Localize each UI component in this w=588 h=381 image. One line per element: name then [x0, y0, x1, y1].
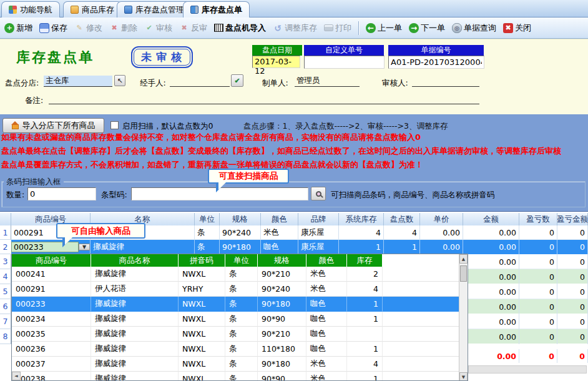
dropdown-item[interactable]: 000291伊人花语 YRHY条 90*240米色 4 [12, 282, 468, 297]
grid-header-cell[interactable]: 品牌 [298, 213, 339, 225]
grid-header-cell[interactable]: 规格 [220, 213, 261, 225]
unaudit-button[interactable]: ✖ 反审 [179, 22, 207, 34]
delete-button[interactable]: ✖ 删除 [109, 22, 137, 34]
grid-header-cell[interactable]: 盘点数 [384, 213, 420, 225]
custom-no-input[interactable] [304, 56, 385, 69]
handler-field[interactable] [170, 76, 230, 87]
dropdown-item-selected[interactable]: 000233挪威旋律 NWXL条 90*180咖色 1 [12, 297, 468, 312]
dropdown-header-cell: 库存 [347, 254, 383, 267]
cell-diff-amount: 0 [557, 254, 588, 269]
document-header-panel: 库存盘点单 未审核 盘点日期 2017-03-12 自定义单号 单据编号 盘点分… [0, 39, 588, 114]
product-search-button[interactable] [311, 187, 326, 200]
table-row-selected[interactable]: 2 000233 ▼ 挪威旋律 条 90*180 咖色 康乐屋 1 1 0.00… [0, 240, 588, 254]
cell-amount: 0.00 [463, 240, 519, 254]
grid-header-cell[interactable]: 系统库存 [339, 213, 384, 225]
cell-brand: 康乐屋 [298, 225, 339, 240]
handler-picker-button[interactable]: ✔ [231, 74, 243, 87]
app-window: 功能导航 商品库存 库存盘点管理 库存盘点单 + 新增 保存 ✎ 修改 ✖ 删除 [0, 0, 588, 381]
cell-diff-amount: 0 [557, 240, 588, 254]
store-field[interactable]: 主仓库 [44, 76, 112, 87]
document-icon [124, 6, 132, 14]
total-diff-amount: 0 [557, 349, 588, 363]
close-icon: ✖ [503, 23, 513, 33]
add-button[interactable]: + 新增 [4, 22, 32, 34]
dropdown-header-row: 商品编号 商品名称 拼音码 单位 规格 颜色 库存 [12, 254, 468, 267]
cell-amount: 0.00 [463, 329, 519, 344]
grid-horizontal-scrollbar[interactable] [468, 365, 587, 374]
editor-dropdown-button[interactable]: ▼ [79, 244, 90, 250]
cell-diff-amount: 0 [557, 284, 588, 299]
cell-count: 4 [384, 225, 420, 240]
tab-bar: 功能导航 商品库存 库存盘点管理 库存盘点单 [0, 0, 588, 17]
cell-name: 挪威旋律 [91, 240, 195, 254]
stocktake-date-field[interactable]: 2017-03-12 [252, 56, 300, 68]
scroll-up-button[interactable]: ▲ [459, 254, 468, 264]
grid-header-cell[interactable]: 金额 [463, 213, 519, 225]
scrollbar-thumb[interactable] [460, 265, 467, 282]
previous-doc-button[interactable]: ← 上一单 [366, 22, 402, 34]
scroll-down-button[interactable]: ▼ [459, 372, 468, 381]
save-button[interactable]: 保存 [39, 22, 67, 34]
dropdown-item[interactable]: 000235挪威旋律 NWXL条 90*210咖色 [12, 327, 468, 342]
scan-tip-callout: 可直接扫描商品 [208, 169, 289, 184]
quantity-input[interactable] [27, 187, 96, 200]
chevron-down-icon: ▼ [82, 244, 86, 250]
cell-diff-qty: 0 [519, 269, 557, 284]
scroll-left-button[interactable]: ◄ [12, 372, 21, 380]
tab-goods-stock[interactable]: 商品库存 [63, 1, 122, 17]
cell-diff-qty: 0 [519, 284, 557, 299]
store-picker-button[interactable]: ↖ [114, 75, 125, 86]
dropdown-item[interactable]: 000234挪威旋律 NWXL条 90*90咖色 1 [12, 312, 468, 327]
cell-unit: 条 [195, 225, 220, 240]
cell-sys-stock: 4 [339, 225, 384, 240]
magnifier-icon [316, 191, 321, 197]
dropdown-header-cell: 规格 [258, 254, 306, 267]
grid-header-cell[interactable]: 单位 [195, 213, 220, 225]
dropdown-item[interactable]: 000238挪威旋律 NWXL条 90*90米色 1 [12, 372, 468, 381]
status-stamp: 未审核 [131, 46, 193, 68]
unaudit-cross-icon: ✖ [179, 23, 189, 33]
dropdown-header-cell: 商品名称 [91, 254, 179, 267]
dropdown-item[interactable]: 000236挪威旋律 NWXL条 110*180咖色 1 [12, 342, 468, 357]
dropdown-item[interactable]: 000237挪威旋律 NWXL条 90*180米色 4 [12, 357, 468, 372]
print-button[interactable]: 打印 [324, 22, 351, 34]
tab-stocktake-sheet[interactable]: 库存盘点单 [183, 1, 250, 17]
grid-header-cell[interactable]: 盈亏数 [519, 213, 557, 225]
warning-line-2: 盘点单最终在点击【调整库存】后才会将【盘点数】变成最终的【库存数】，如商品已经点… [1, 146, 561, 157]
doc-query-button[interactable]: ◎ 单据查询 [452, 22, 496, 34]
edit-button[interactable]: ✎ 修改 [74, 22, 102, 34]
person-check-icon: ✔ [234, 77, 240, 85]
adjust-stock-button[interactable]: ↺ 调整库存 [273, 22, 317, 34]
store-label: 盘点分店: [5, 78, 39, 89]
grid-header-cell[interactable]: 颜色 [261, 213, 298, 225]
auditor-field[interactable] [412, 76, 479, 87]
tab-function-nav[interactable]: 功能导航 [1, 1, 60, 17]
tab-label: 库存盘点单 [202, 4, 242, 16]
picker-arrow-icon: ↖ [117, 77, 122, 85]
tab-stocktake-manage[interactable]: 库存盘点管理 [117, 1, 192, 17]
import-house-icon [12, 124, 19, 129]
cell-spec: 90*240 [220, 225, 261, 240]
maker-value: 管理员 [295, 76, 360, 87]
scanner-import-button[interactable]: 盘点机导入 [214, 22, 266, 34]
barcode-label: 条型码: [101, 190, 127, 200]
row-number: 7 [0, 314, 11, 329]
dropdown-item[interactable]: 000241挪威旋律 NWXL条 90*210米色 2 [12, 267, 468, 282]
doc-no-input[interactable] [388, 56, 484, 69]
grid-header-cell[interactable]: 盈亏金额 [557, 213, 588, 225]
undo-arrow-icon: ↺ [273, 23, 283, 33]
function-nav-icon [9, 6, 17, 14]
grid-header-cell[interactable]: 单价 [420, 213, 463, 225]
cell-brand: 康乐屋 [298, 240, 339, 254]
close-button[interactable]: ✖ 关闭 [503, 22, 531, 34]
arrow-right-icon: → [409, 23, 419, 33]
import-all-products-button[interactable]: 导入分店下所有商品 [2, 118, 104, 133]
next-doc-button[interactable]: → 下一单 [409, 22, 445, 34]
dropdown-header-cell: 拼音码 [179, 254, 225, 267]
audit-button[interactable]: ✔ 审核 [144, 22, 172, 34]
cell-color: 米色 [261, 225, 298, 240]
cell-price: 0.00 [420, 225, 463, 240]
dropdown-vertical-scrollbar[interactable]: ▲ ▼ [459, 254, 468, 381]
enable-scan-checkbox[interactable] [110, 121, 119, 129]
remark-field[interactable] [49, 93, 479, 104]
